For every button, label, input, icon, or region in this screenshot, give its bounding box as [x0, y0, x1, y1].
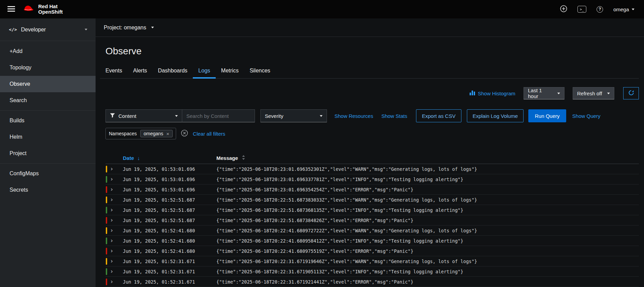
- filter-toolbar: Content Severity Show Resources Show Sta…: [105, 109, 639, 122]
- show-query-link[interactable]: Show Query: [572, 113, 601, 119]
- sidebar-item-search[interactable]: Search: [0, 92, 96, 109]
- log-date: Jun 19, 2025, 01:52:31.671: [123, 269, 216, 274]
- severity-select[interactable]: Severity: [260, 109, 327, 122]
- expand-row-button[interactable]: ›: [111, 228, 113, 233]
- namespace-chip: omegans ×: [140, 130, 173, 137]
- time-range-value: Last 1 hour: [528, 87, 553, 99]
- help-button[interactable]: ?: [597, 6, 603, 13]
- log-row: › Jun 19, 2025, 01:52:51.687 {"time":"20…: [105, 205, 639, 215]
- filter-icon: [110, 113, 115, 119]
- log-row: › Jun 19, 2025, 01:53:01.696 {"time":"20…: [105, 174, 639, 184]
- remove-chip-button[interactable]: ×: [166, 131, 169, 136]
- sidebar-item-topology[interactable]: Topology: [0, 59, 96, 76]
- severity-bar: [106, 207, 107, 214]
- log-message: {"time":"2025-06-18T20:22:41.680958412Z"…: [216, 238, 639, 244]
- show-stats-link[interactable]: Show Stats: [381, 113, 407, 119]
- show-histogram-link[interactable]: Show Histogram: [470, 91, 515, 96]
- quick-create-button[interactable]: [560, 5, 567, 13]
- tab-events[interactable]: Events: [100, 65, 128, 78]
- clear-all-filters-link[interactable]: Clear all filters: [193, 131, 225, 137]
- caret-down-icon: [557, 93, 560, 94]
- explain-log-volume-button[interactable]: Explain Log Volume: [467, 109, 524, 122]
- content-search-input[interactable]: [186, 113, 251, 119]
- expand-row-button[interactable]: ›: [111, 248, 113, 254]
- nav-section-divider: [0, 163, 96, 164]
- severity-bar: [106, 278, 107, 285]
- expand-row-button[interactable]: ›: [111, 279, 113, 285]
- sidebar: </> Developer +AddTopologyObserveSearchB…: [0, 18, 96, 287]
- redhat-logo-icon: [22, 4, 35, 15]
- page-body: Observe EventsAlertsDashboardsLogsMetric…: [96, 46, 644, 287]
- developer-code-icon: </>: [9, 27, 17, 32]
- log-table-header: Date ↓ Message: [105, 152, 639, 164]
- refresh-interval-value: Refresh off: [577, 91, 602, 96]
- chip-group-label: Namespaces: [109, 131, 137, 136]
- circle-close-icon: [181, 129, 188, 138]
- log-row: › Jun 19, 2025, 01:52:41.680 {"time":"20…: [105, 236, 639, 246]
- export-csv-button[interactable]: Export as CSV: [416, 109, 461, 122]
- user-name: omega: [613, 6, 629, 12]
- severity-bar: [106, 237, 107, 244]
- log-date: Jun 19, 2025, 01:52:41.680: [123, 248, 216, 254]
- severity-bar: [106, 186, 107, 193]
- perspective-switcher[interactable]: </> Developer: [0, 18, 96, 41]
- expand-row-button[interactable]: ›: [111, 217, 113, 223]
- refresh-interval-select[interactable]: Refresh off: [573, 87, 614, 99]
- expand-row-button[interactable]: ›: [111, 207, 113, 213]
- help-icon: ?: [597, 6, 603, 13]
- tab-metrics[interactable]: Metrics: [216, 65, 244, 78]
- tab-silences[interactable]: Silences: [244, 65, 275, 78]
- user-menu[interactable]: omega: [613, 6, 634, 12]
- log-table: Date ↓ Message › Jun 19, 2025, 01:53:01.…: [105, 152, 639, 287]
- sort-descending-icon: ↓: [138, 155, 140, 161]
- chevron-down-icon: [85, 29, 87, 30]
- caret-down-icon: [320, 115, 323, 117]
- sidebar-item-helm[interactable]: Helm: [0, 129, 96, 145]
- filter-attribute-label: Content: [118, 113, 137, 119]
- caret-down-icon: [175, 115, 178, 117]
- sidebar-item-add[interactable]: +Add: [0, 43, 96, 59]
- web-terminal-button[interactable]: >_: [577, 6, 586, 13]
- expand-row-button[interactable]: ›: [111, 166, 113, 172]
- log-date: Jun 19, 2025, 01:52:31.671: [123, 259, 216, 264]
- masthead-toolbar: >_ ? omega: [560, 5, 644, 13]
- tab-dashboards[interactable]: Dashboards: [153, 65, 193, 78]
- sidebar-item-configmaps[interactable]: ConfigMaps: [0, 165, 96, 182]
- log-message: {"time":"2025-06-18T20:23:01.696337781Z"…: [216, 177, 639, 182]
- expand-row-button[interactable]: ›: [111, 176, 113, 182]
- show-resources-link[interactable]: Show Resources: [334, 113, 373, 119]
- sidebar-item-observe[interactable]: Observe: [0, 76, 96, 92]
- severity-bar: [106, 248, 107, 255]
- message-column-header[interactable]: Message: [216, 155, 639, 161]
- filter-attribute-select[interactable]: Content: [105, 109, 182, 122]
- date-column-header[interactable]: Date ↓: [123, 155, 216, 161]
- sidebar-item-builds[interactable]: Builds: [0, 112, 96, 129]
- time-range-select[interactable]: Last 1 hour: [524, 87, 564, 99]
- brand-logo: Red Hat OpenShift: [22, 4, 63, 15]
- expand-row-button[interactable]: ›: [111, 197, 113, 203]
- run-query-button[interactable]: Run Query: [528, 109, 566, 122]
- tab-alerts[interactable]: Alerts: [128, 65, 153, 78]
- log-row: › Jun 19, 2025, 01:52:31.671 {"time":"20…: [105, 266, 639, 277]
- sync-button[interactable]: [623, 87, 639, 99]
- expand-row-button[interactable]: ›: [111, 187, 113, 192]
- chevron-down-icon: [632, 9, 634, 10]
- expand-row-button[interactable]: ›: [111, 269, 113, 274]
- project-selector[interactable]: Project: omegans: [96, 18, 644, 37]
- expand-row-button[interactable]: ›: [111, 238, 113, 244]
- log-row: › Jun 19, 2025, 01:53:01.696 {"time":"20…: [105, 164, 639, 174]
- nav-section-divider: [0, 110, 96, 111]
- chevron-down-icon: [151, 27, 154, 28]
- nav-toggle-button[interactable]: [0, 0, 22, 18]
- observe-tabs: EventsAlertsDashboardsLogsMetricsSilence…: [100, 65, 639, 79]
- brand-line1: Red Hat: [38, 4, 63, 9]
- tab-logs[interactable]: Logs: [193, 65, 216, 78]
- sidebar-item-project[interactable]: Project: [0, 145, 96, 162]
- log-message: {"time":"2025-06-18T20:22:51.687384826Z"…: [216, 218, 639, 223]
- clear-chip-group-button[interactable]: [181, 129, 188, 138]
- sidebar-item-secrets[interactable]: Secrets: [0, 182, 96, 198]
- log-message: {"time":"2025-06-18T20:23:01.696354254Z"…: [216, 187, 639, 192]
- perspective-label: Developer: [21, 27, 81, 33]
- log-date: Jun 19, 2025, 01:52:51.687: [123, 197, 216, 203]
- expand-row-button[interactable]: ›: [111, 258, 113, 264]
